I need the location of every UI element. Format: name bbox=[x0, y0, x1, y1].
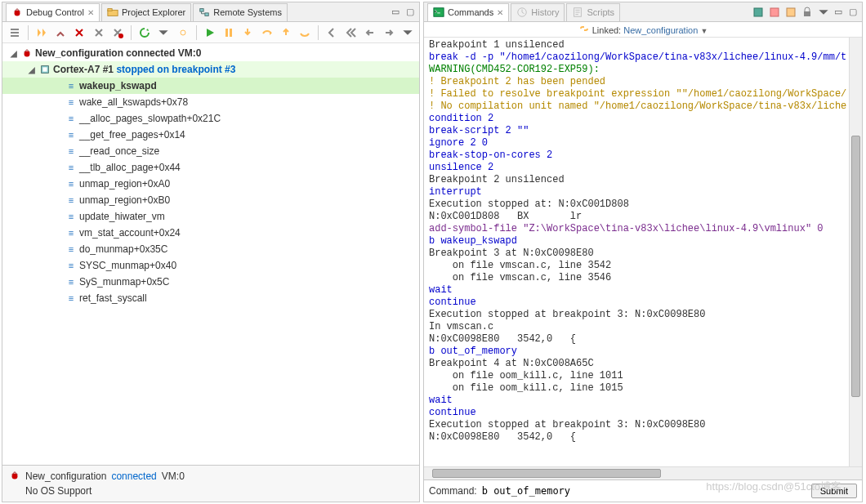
remove-all-button[interactable] bbox=[110, 25, 124, 40]
suspend-button[interactable] bbox=[54, 25, 68, 40]
console-line: Breakpoint 2 unsilenced bbox=[429, 174, 857, 186]
close-icon[interactable]: ✕ bbox=[87, 8, 94, 17]
stack-icon: ≡ bbox=[65, 128, 78, 141]
console-line: b wakeup_kswapd bbox=[429, 235, 857, 248]
horizontal-scrollbar[interactable] bbox=[424, 466, 862, 479]
bug-icon bbox=[11, 7, 23, 18]
resume-button[interactable] bbox=[35, 25, 49, 40]
maximize-icon[interactable]: ▢ bbox=[847, 7, 859, 17]
folder-icon bbox=[107, 7, 118, 18]
console-line: N:0xC0098E80 3542,0 { bbox=[429, 431, 857, 444]
vertical-scrollbar[interactable] bbox=[849, 38, 862, 466]
svg-rect-15 bbox=[754, 8, 762, 16]
tab-history[interactable]: History bbox=[511, 3, 565, 21]
stack-frame[interactable]: ≡vm_stat_account+0x24 bbox=[2, 225, 419, 241]
close-icon[interactable]: ✕ bbox=[497, 8, 503, 17]
stack-frame[interactable]: ≡SYSC_munmap+0x40 bbox=[2, 257, 419, 274]
stack-frame[interactable]: ≡__tlb_alloc_page+0x44 bbox=[2, 159, 419, 176]
scrollbar-thumb[interactable] bbox=[851, 136, 860, 397]
stack-frame[interactable]: ≡SyS_munmap+0x5C bbox=[2, 274, 419, 290]
stack-frame[interactable]: ≡__read_once_size bbox=[2, 143, 419, 159]
prev-button[interactable] bbox=[325, 25, 339, 40]
step-out-button[interactable] bbox=[279, 25, 292, 40]
clear-icon[interactable] bbox=[783, 5, 798, 20]
debug-tree[interactable]: ◢New_configuration connected VM:0◢Cortex… bbox=[2, 43, 419, 465]
step-into-button[interactable] bbox=[241, 25, 255, 40]
stack-icon: ≡ bbox=[65, 275, 78, 288]
command-label: Command: bbox=[429, 485, 477, 497]
tab-scripts[interactable]: Scripts bbox=[566, 3, 620, 21]
minimize-icon[interactable]: ▭ bbox=[833, 7, 844, 17]
history-back-button[interactable] bbox=[363, 25, 377, 40]
console-line: wait bbox=[429, 395, 857, 407]
console-line: Execution stopped at: N:0xC001D808 bbox=[429, 198, 857, 211]
tab-debug-control[interactable]: Debug Control ✕ bbox=[6, 3, 100, 21]
pause-button[interactable] bbox=[222, 25, 236, 40]
console-output[interactable]: Breakpoint 1 unsilencedbreak -d -p "/hom… bbox=[424, 38, 862, 466]
rewind-button[interactable] bbox=[344, 25, 358, 40]
command-input[interactable] bbox=[482, 485, 806, 497]
stack-frame[interactable]: ≡__get_free_pages+0x14 bbox=[2, 127, 419, 143]
stack-frame[interactable]: ≡update_hiwater_vm bbox=[2, 208, 419, 225]
collapse-all-button[interactable] bbox=[7, 25, 21, 40]
tree-cpu[interactable]: ◢Cortex-A7 #1 stopped on breakpoint #3 bbox=[2, 61, 419, 78]
stack-frame[interactable]: ≡unmap_region+0xA0 bbox=[2, 176, 419, 192]
svg-rect-7 bbox=[230, 29, 232, 37]
stack-frame[interactable]: ≡unmap_region+0xB0 bbox=[2, 192, 419, 208]
stack-icon: ≡ bbox=[65, 112, 78, 125]
dropdown-icon[interactable] bbox=[157, 25, 171, 40]
export-icon[interactable] bbox=[767, 5, 782, 20]
link-button[interactable] bbox=[176, 25, 190, 40]
tab-label: History bbox=[531, 7, 559, 17]
terminate-button[interactable] bbox=[73, 25, 87, 40]
console-line: continue bbox=[429, 297, 857, 309]
submit-button[interactable]: Submit bbox=[811, 484, 857, 498]
console-line: Breakpoint 3 at N:0xC0098E80 bbox=[429, 248, 857, 260]
frame-label: unmap_region+0xB0 bbox=[79, 194, 170, 206]
save-icon[interactable] bbox=[751, 5, 766, 20]
svg-rect-17 bbox=[787, 8, 795, 16]
debug-toolbar bbox=[2, 22, 419, 43]
stack-icon: ≡ bbox=[65, 79, 78, 92]
dropdown-icon[interactable] bbox=[816, 5, 831, 20]
linked-indicator[interactable]: Linked: New_configuration ▼ bbox=[424, 22, 862, 38]
console-line: ! Breakpoint 2 has been pended bbox=[429, 76, 857, 88]
console-line: ignore 2 0 bbox=[429, 137, 857, 149]
stack-icon: ≡ bbox=[65, 292, 78, 305]
console-line: continue bbox=[429, 407, 857, 419]
status-state[interactable]: connected bbox=[111, 471, 156, 482]
refresh-button[interactable] bbox=[138, 25, 152, 40]
chevron-down-icon[interactable]: ▼ bbox=[700, 27, 708, 35]
step-over-button[interactable] bbox=[260, 25, 274, 40]
right-tabbar: Commands ✕ History Scripts bbox=[424, 2, 862, 22]
minimize-icon[interactable]: ▭ bbox=[390, 7, 401, 17]
console-line: condition 2 bbox=[429, 113, 857, 125]
stack-frame[interactable]: ≡ret_fast_syscall bbox=[2, 290, 419, 306]
console-line: Breakpoint 4 at N:0xC008A65C bbox=[429, 358, 857, 370]
step-instruction-button[interactable] bbox=[297, 25, 311, 40]
linked-target[interactable]: New_configuration bbox=[623, 25, 698, 35]
tree-root[interactable]: ◢New_configuration connected VM:0 bbox=[2, 45, 419, 61]
stack-frame[interactable]: ≡do_munmap+0x35C bbox=[2, 241, 419, 257]
stack-frame[interactable]: ≡wakeup_kswapd bbox=[2, 78, 419, 94]
history-fwd-button[interactable] bbox=[382, 25, 395, 40]
stack-frame[interactable]: ≡__alloc_pages_slowpath+0x21C bbox=[2, 110, 419, 127]
tab-commands[interactable]: Commands ✕ bbox=[427, 3, 509, 21]
view-menu-button[interactable] bbox=[400, 25, 414, 40]
disconnect-button[interactable] bbox=[92, 25, 105, 40]
scrollbar-thumb[interactable] bbox=[432, 469, 661, 478]
tab-label: Debug Control bbox=[26, 7, 84, 17]
tab-project-explorer[interactable]: Project Explorer bbox=[101, 3, 191, 21]
scroll-lock-icon[interactable] bbox=[800, 5, 815, 20]
run-button[interactable] bbox=[203, 25, 217, 40]
frame-label: SyS_munmap+0x5C bbox=[79, 276, 169, 288]
status-bar: New_configuration connected VM:0 No OS S… bbox=[2, 465, 419, 502]
maximize-icon[interactable]: ▢ bbox=[404, 7, 416, 17]
frame-label: __get_free_pages+0x14 bbox=[79, 129, 185, 140]
stack-frame[interactable]: ≡wake_all_kswapds+0x78 bbox=[2, 94, 419, 110]
chip-icon bbox=[38, 63, 51, 76]
frame-label: SYSC_munmap+0x40 bbox=[79, 260, 176, 271]
tab-remote-systems[interactable]: Remote Systems bbox=[193, 3, 288, 21]
tree-root-label: New_configuration connected VM:0 bbox=[35, 47, 201, 59]
frame-label: unmap_region+0xA0 bbox=[79, 178, 170, 190]
